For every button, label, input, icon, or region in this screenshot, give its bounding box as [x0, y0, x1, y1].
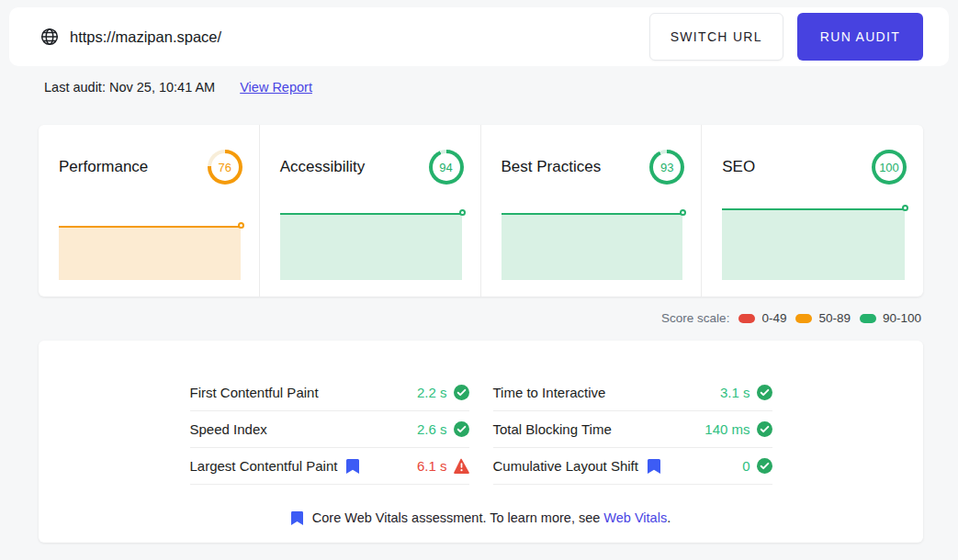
score-card-title: Performance: [59, 158, 148, 176]
pass-check-icon: [454, 421, 469, 437]
score-cards: Performance 76 Accessibility 94: [39, 125, 923, 297]
score-scale-legend: Score scale: 0-49 50-89 90-100: [39, 311, 921, 325]
metric-label: Time to Interactive: [493, 385, 606, 400]
run-audit-button[interactable]: RUN AUDIT: [797, 13, 923, 61]
score-scale-label: Score scale:: [661, 311, 729, 325]
scale-range-mid: 50-89: [795, 311, 851, 325]
core-web-vitals-note: Core Web Vitals assessment. To learn mor…: [39, 510, 923, 525]
bookmark-icon: [648, 459, 660, 474]
score-value: 100: [875, 153, 903, 181]
score-sparkline: [280, 208, 464, 280]
metric-label: Total Blocking Time: [493, 421, 612, 437]
sparkline-endpoint: [238, 222, 244, 229]
cwv-note-prefix: Core Web Vitals assessment. To learn mor…: [312, 510, 601, 525]
bookmark-icon: [291, 511, 303, 525]
score-gauge: 76: [208, 150, 242, 185]
pass-check-icon: [757, 458, 772, 474]
score-gauge: 94: [429, 150, 464, 185]
bookmark-icon: [346, 459, 359, 474]
pass-check-icon: [757, 421, 772, 437]
switch-url-button[interactable]: SWITCH URL: [649, 13, 783, 61]
globe-icon: [40, 28, 59, 46]
metric-value: 2.2 s: [417, 385, 447, 400]
web-vitals-link[interactable]: Web Vitals: [603, 510, 667, 525]
metric-row-fcp: First Contentful Paint 2.2 s: [190, 375, 469, 411]
score-sparkline: [502, 208, 685, 280]
sparkline-endpoint: [902, 205, 908, 211]
red-pill-icon: [738, 314, 755, 323]
metrics-panel: First Contentful Paint 2.2 s Speed Index: [39, 341, 923, 543]
audited-url: https://mazipan.space/: [70, 28, 649, 46]
metric-value: 6.1 s: [417, 458, 447, 474]
scale-range-high: 90-100: [860, 311, 921, 325]
header-bar: https://mazipan.space/ SWITCH URL RUN AU…: [9, 7, 949, 66]
metric-label: Speed Index: [190, 421, 267, 437]
scale-range-label: 90-100: [883, 311, 921, 325]
metrics-column-right: Time to Interactive 3.1 s Total Blocking…: [493, 375, 772, 485]
score-gauge: 100: [872, 150, 907, 185]
metric-value: 0: [742, 458, 749, 474]
metric-row-speed-index: Speed Index 2.6 s: [190, 411, 469, 448]
score-card-seo: SEO 100: [702, 125, 923, 297]
score-card-accessibility: Accessibility 94: [260, 125, 481, 297]
metrics-column-left: First Contentful Paint 2.2 s Speed Index: [190, 375, 469, 485]
cwv-note-text: Core Web Vitals assessment. To learn mor…: [312, 510, 671, 525]
sparkline-endpoint: [459, 209, 466, 216]
metric-row-tti: Time to Interactive 3.1 s: [493, 375, 772, 411]
score-gauge: 93: [649, 150, 684, 185]
metric-row-tbt: Total Blocking Time 140 ms: [493, 411, 772, 448]
last-audit-row: Last audit: Nov 25, 10:41 AM View Report: [44, 80, 918, 95]
scale-range-label: 0-49: [761, 311, 786, 325]
cwv-note-suffix: .: [667, 510, 671, 525]
metric-row-cls: Cumulative Layout Shift 0: [493, 448, 772, 485]
score-value: 93: [653, 153, 681, 181]
metric-value: 140 ms: [704, 421, 749, 437]
scale-range-label: 50-89: [818, 311, 851, 325]
metric-value: 2.6 s: [417, 421, 447, 437]
pass-check-icon: [757, 385, 772, 400]
pass-check-icon: [454, 385, 469, 400]
score-card-title: Accessibility: [280, 158, 366, 176]
score-card-title: Best Practices: [502, 158, 602, 176]
score-value: 76: [211, 153, 239, 181]
score-card-performance: Performance 76: [39, 125, 260, 297]
orange-pill-icon: [795, 314, 812, 323]
metric-row-lcp: Largest Contentful Paint 6.1 s: [190, 448, 469, 485]
last-audit-text: Last audit: Nov 25, 10:41 AM: [44, 80, 215, 95]
score-card-best-practices: Best Practices 93: [481, 125, 703, 297]
metric-label: First Contentful Paint: [190, 385, 319, 400]
metric-value: 3.1 s: [720, 385, 750, 400]
metric-label: Largest Contentful Paint: [190, 458, 338, 474]
sparkline-endpoint: [680, 209, 686, 216]
green-pill-icon: [860, 314, 876, 323]
score-card-title: SEO: [722, 158, 755, 176]
metric-label: Cumulative Layout Shift: [493, 458, 638, 474]
score-sparkline: [722, 208, 907, 280]
score-sparkline: [59, 208, 242, 280]
scale-range-low: 0-49: [738, 311, 786, 325]
fail-warning-icon: [454, 458, 469, 474]
view-report-link[interactable]: View Report: [240, 80, 312, 95]
score-value: 94: [433, 153, 460, 181]
